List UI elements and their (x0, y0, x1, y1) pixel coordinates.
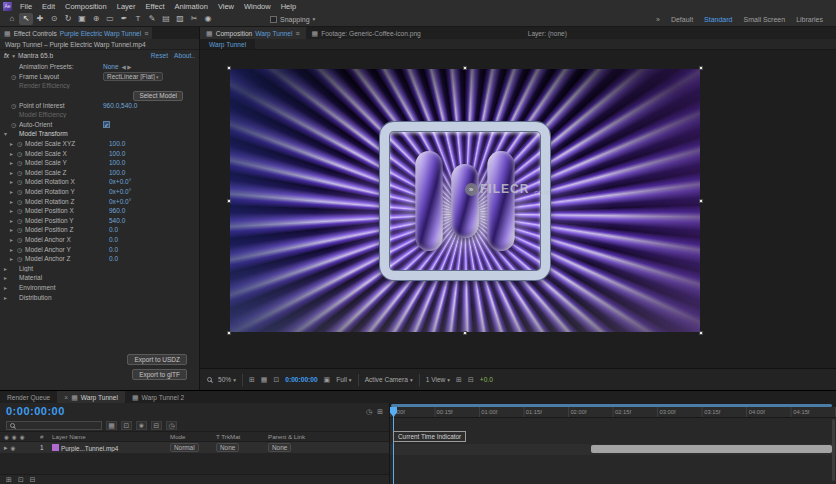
workspace-overflow-icon[interactable] (656, 16, 660, 23)
workspace-item[interactable]: Libraries (796, 16, 823, 23)
label-color-chip[interactable] (52, 444, 59, 451)
timeline-tab[interactable]: ▦ Warp Tunnel 2 (125, 391, 191, 403)
effect-header-row[interactable]: fx Mantra 65.b ResetAbout.. (0, 50, 199, 61)
expand-render-time-icon[interactable] (30, 476, 36, 483)
layer-visibility-icon[interactable] (11, 444, 16, 452)
layer-handle[interactable] (699, 331, 703, 335)
exposure-value[interactable]: +0.0 (480, 376, 493, 383)
property-value[interactable]: 0.0 (109, 226, 118, 233)
region-of-interest-icon[interactable] (273, 376, 279, 383)
property-row[interactable]: Render Efficiency (0, 81, 199, 91)
layer-row[interactable]: 1 Purple...Tunnel.mp4 Normal None None (0, 442, 389, 453)
tab-composition[interactable]: Composition Warp Tunnel (200, 27, 306, 39)
property-row[interactable]: ▸ Light (0, 263, 199, 273)
magnify-icon[interactable] (207, 377, 212, 382)
close-icon[interactable]: × (64, 394, 68, 401)
layer-handle[interactable] (227, 199, 231, 203)
audio-icon[interactable] (12, 433, 17, 441)
property-row[interactable]: ▸ ◷ Model Rotation Z 0x+0.0° (0, 196, 199, 206)
property-row[interactable]: Animation Presets: None ◀ ▶ (0, 62, 199, 72)
layer-expander-icon[interactable] (4, 444, 8, 452)
expander-icon[interactable]: ▸ (10, 236, 17, 243)
column-header[interactable]: # (40, 433, 52, 440)
menu-item[interactable]: Layer (112, 2, 141, 11)
stopwatch-icon[interactable]: ◷ (17, 198, 25, 205)
property-row[interactable]: ▸ ◷ Model Scale X 100.0 (0, 148, 199, 158)
layer-handle[interactable] (227, 66, 231, 70)
menu-item[interactable]: View (213, 2, 239, 11)
tool-icon[interactable] (159, 13, 173, 25)
expander-icon[interactable]: ▸ (4, 274, 11, 281)
snapshot-icon[interactable] (324, 376, 331, 383)
solo-icon[interactable] (20, 433, 25, 441)
menu-item[interactable]: Composition (60, 2, 112, 11)
stopwatch-icon[interactable]: ◷ (17, 255, 25, 262)
graph-editor-icon[interactable] (377, 408, 383, 415)
menu-item[interactable]: Help (276, 2, 301, 11)
current-time-display[interactable]: 0:00:00:00 (6, 405, 65, 417)
property-value[interactable]: 540.0 (109, 217, 125, 224)
track-lanes[interactable] (390, 418, 836, 484)
menu-item[interactable]: Effect (140, 2, 169, 11)
tool-icon[interactable] (19, 13, 33, 25)
workspace-item[interactable]: Standard (704, 16, 732, 23)
property-row[interactable]: ▸ Material (0, 273, 199, 283)
property-row[interactable]: ▸ ◷ Model Position X 960.0 (0, 206, 199, 216)
property-row[interactable]: ◷ Auto-Orient ✓ (0, 120, 199, 130)
expander-icon[interactable]: ▸ (10, 226, 17, 233)
pixel-aspect-icon[interactable] (456, 376, 462, 383)
expand-in-out-icon[interactable] (18, 476, 24, 483)
stopwatch-icon[interactable]: ◷ (17, 178, 25, 185)
stopwatch-icon[interactable]: ◷ (17, 150, 25, 157)
tool-icon[interactable] (89, 13, 103, 25)
stopwatch-icon[interactable]: ◷ (17, 140, 25, 147)
current-time-indicator-line[interactable] (393, 407, 394, 484)
snapping-options-icon[interactable] (313, 15, 316, 23)
property-value[interactable]: 100.0 (109, 159, 125, 166)
panel-menu-icon[interactable] (295, 30, 299, 37)
export-button[interactable]: Export to glTF (132, 369, 187, 380)
workspace-item[interactable]: Small Screen (744, 16, 786, 23)
time-ruler[interactable]: 0:00f00:15f01:00f01:15f02:00f02:15f03:00… (390, 407, 836, 418)
export-button[interactable]: Export to USDZ (127, 354, 187, 365)
property-row[interactable]: ▸ ◷ Model Anchor Z 0.0 (0, 254, 199, 264)
property-row[interactable]: ▸ Distribution (0, 292, 199, 302)
layer-handle[interactable] (699, 199, 703, 203)
blend-mode-select[interactable]: Normal (170, 443, 199, 452)
stopwatch-icon[interactable]: ◷ (17, 169, 25, 176)
stopwatch-icon[interactable]: ◷ (17, 217, 25, 224)
property-value[interactable]: 0x+0.0° (109, 198, 131, 205)
property-value[interactable]: 100.0 (109, 140, 125, 147)
stopwatch-icon[interactable]: ◷ (17, 236, 25, 243)
property-row[interactable]: ▸ Environment (0, 283, 199, 293)
property-row[interactable]: Model Efficiency (0, 110, 199, 120)
stopwatch-icon[interactable]: ◷ (11, 121, 19, 128)
expander-icon[interactable]: ▸ (10, 246, 17, 253)
menu-item[interactable]: File (15, 2, 37, 11)
property-row[interactable]: Select Model (0, 91, 199, 101)
property-row[interactable]: ▸ ◷ Model Scale XYZ 100.0 (0, 139, 199, 149)
stopwatch-icon[interactable]: ◷ (17, 159, 25, 166)
video-icon[interactable] (4, 433, 9, 441)
expander-icon[interactable]: ▸ (10, 169, 17, 176)
property-row[interactable]: ▾ Model Transform (0, 129, 199, 139)
column-header[interactable]: T TrkMat (216, 433, 268, 440)
camera-select[interactable]: Active Camera (365, 376, 413, 384)
tab-layer[interactable]: Layer: (none) (522, 27, 573, 39)
menu-item[interactable]: Window (239, 2, 276, 11)
effect-controls-tab[interactable]: Effect Controls Purple Electric Warp Tun… (0, 27, 152, 39)
property-value[interactable]: 100.0 (109, 150, 125, 157)
layer-handle[interactable] (463, 66, 467, 70)
tool-icon[interactable] (75, 13, 89, 25)
expander-icon[interactable]: ▸ (10, 188, 17, 195)
tool-icon[interactable] (5, 13, 19, 25)
stopwatch-icon[interactable]: ◷ (11, 102, 19, 109)
expander-icon[interactable]: ▸ (10, 159, 17, 166)
property-value[interactable]: 960.0 (109, 207, 125, 214)
expander-icon[interactable]: ▸ (4, 284, 11, 291)
timeline-button-icon[interactable] (468, 376, 474, 383)
frame-blending-icon[interactable] (151, 421, 162, 430)
draft-3d-icon[interactable] (121, 421, 132, 430)
tool-icon[interactable] (33, 13, 47, 25)
property-value[interactable]: 100.0 (109, 169, 125, 176)
